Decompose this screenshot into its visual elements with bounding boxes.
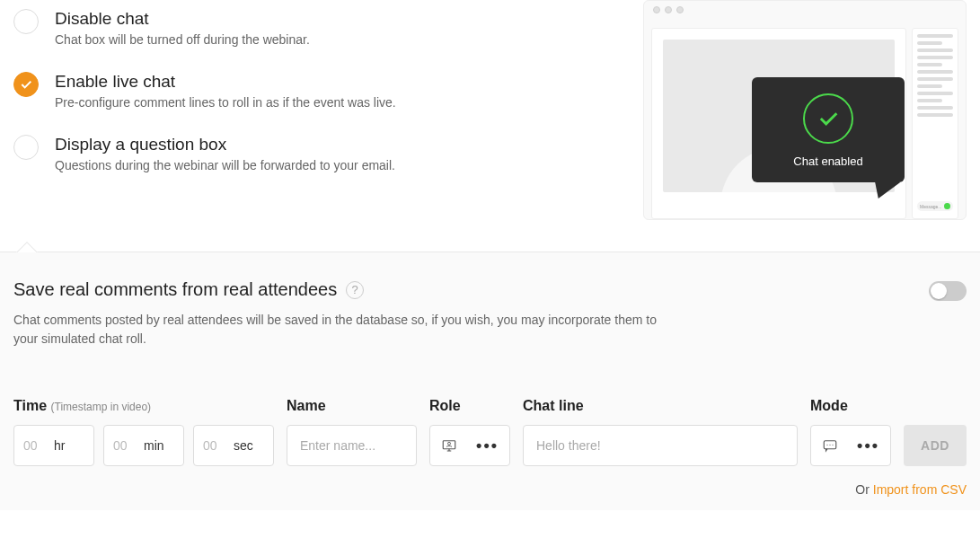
option-disable-chat[interactable]: Disable chat Chat box will be turned off… (13, 9, 634, 47)
time-hr-input[interactable] (23, 438, 49, 453)
option-enable-live-chat[interactable]: Enable live chat Pre-configure comment l… (13, 72, 634, 110)
add-button[interactable]: ADD (904, 425, 967, 466)
option-question-box[interactable]: Display a question box Questions during … (13, 135, 634, 172)
hr-unit: hr (54, 438, 65, 453)
time-sec-input[interactable] (203, 438, 228, 453)
save-comments-title: Save real comments from real attendees (13, 279, 337, 300)
option-desc: Questions during the webinar will be for… (55, 158, 395, 172)
option-desc: Pre-configure comment lines to roll in a… (55, 95, 396, 110)
svg-point-5 (832, 445, 833, 446)
save-comments-desc: Chat comments posted by real attendees w… (13, 311, 660, 349)
chat-enabled-tooltip: Chat enabled (752, 77, 905, 182)
svg-point-1 (448, 442, 451, 445)
time-min-input[interactable] (113, 438, 138, 453)
option-desc: Chat box will be turned off during the w… (55, 32, 310, 47)
time-hr-box[interactable]: hr (13, 425, 94, 466)
time-min-box[interactable]: min (103, 425, 184, 466)
chat-line-input[interactable] (523, 425, 798, 466)
save-comments-toggle[interactable] (929, 281, 967, 301)
help-icon[interactable]: ? (346, 281, 364, 299)
chat-line-form: Time (Timestamp in video) hr min sec Nam… (13, 398, 967, 466)
window-dots-icon (653, 6, 684, 13)
chat-sidebar-mockup: Message... (912, 28, 958, 219)
min-unit: min (144, 438, 164, 453)
chat-bubble-icon (822, 437, 838, 454)
chat-options: Disable chat Chat box will be turned off… (13, 0, 634, 220)
option-title: Enable live chat (55, 72, 396, 92)
option-title: Disable chat (55, 9, 310, 29)
or-text: Or (855, 482, 872, 497)
import-csv-link[interactable]: Import from CSV (873, 482, 967, 497)
name-input[interactable] (287, 425, 417, 466)
check-circle-icon (803, 93, 853, 144)
role-select[interactable]: ••• (429, 425, 510, 466)
section-divider (0, 252, 980, 252)
dropdown-dots-icon: ••• (857, 437, 879, 455)
radio-icon (13, 72, 39, 97)
time-sec-box[interactable]: sec (193, 425, 274, 466)
name-label: Name (287, 398, 417, 414)
radio-icon (13, 135, 39, 160)
tooltip-label: Chat enabled (761, 154, 896, 168)
online-dot-icon (944, 203, 950, 209)
mode-label: Mode (810, 398, 891, 414)
chat-line-label: Chat line (523, 398, 798, 414)
radio-icon (13, 9, 39, 34)
svg-point-4 (829, 445, 830, 446)
mode-select[interactable]: ••• (810, 425, 891, 466)
sec-unit: sec (234, 438, 253, 453)
message-placeholder: Message... (920, 204, 941, 209)
preview-panel: Message... Chat enabled (634, 0, 967, 220)
role-label: Role (429, 398, 510, 414)
time-hint: (Timestamp in video) (51, 401, 152, 413)
presenter-icon (441, 437, 457, 454)
time-label: Time (13, 398, 47, 413)
dropdown-dots-icon: ••• (476, 437, 499, 455)
option-title: Display a question box (55, 135, 395, 154)
svg-point-3 (826, 445, 827, 446)
browser-mockup: Message... Chat enabled (643, 0, 967, 220)
